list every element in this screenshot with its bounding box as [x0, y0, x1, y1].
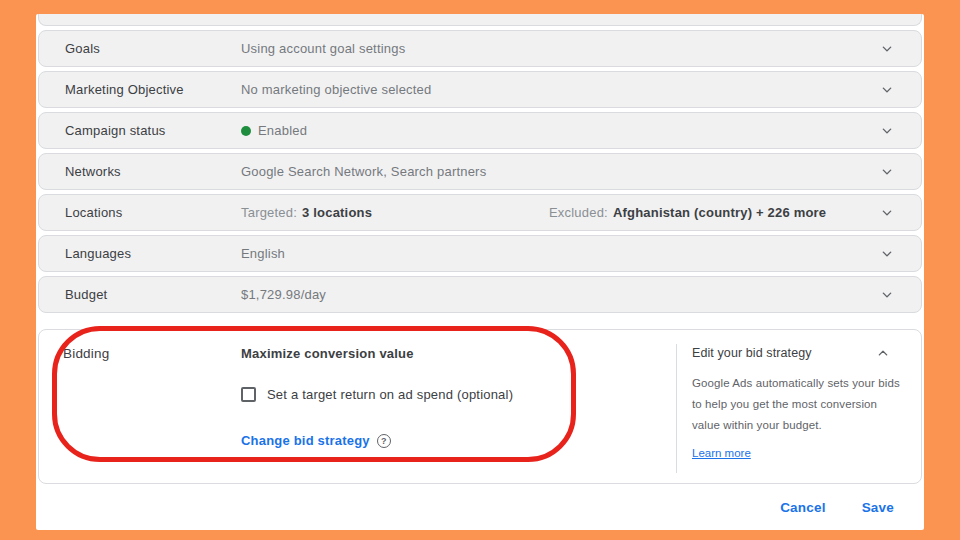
- row-value: $1,729.98/day: [241, 287, 326, 302]
- bidding-label: Bidding: [63, 346, 109, 361]
- row-value: Using account goal settings: [241, 41, 405, 56]
- settings-row-networks[interactable]: Networks Google Search Network, Search p…: [38, 153, 922, 190]
- help-panel-description: Google Ads automatically sets your bids …: [692, 373, 900, 436]
- targeted-prefix: Targeted:: [241, 205, 297, 220]
- settings-row-campaign-status[interactable]: Campaign status Enabled: [38, 112, 922, 149]
- chevron-down-icon[interactable]: [879, 205, 895, 221]
- learn-more-link[interactable]: Learn more: [692, 447, 751, 459]
- status-enabled-dot-icon: [241, 126, 251, 136]
- row-value: No marketing objective selected: [241, 82, 431, 97]
- cancel-button[interactable]: Cancel: [780, 500, 825, 515]
- google-ads-campaign-settings-screen: Goals Using account goal settings Market…: [0, 0, 960, 540]
- excluded-locations: Excluded: Afghanistan (country) + 226 mo…: [549, 205, 826, 220]
- status-text: Enabled: [258, 123, 307, 138]
- row-label: Goals: [65, 41, 241, 56]
- campaign-settings-panel: Goals Using account goal settings Market…: [36, 14, 924, 530]
- target-roas-option[interactable]: Set a target return on ad spend (optiona…: [241, 387, 513, 402]
- row-value: English: [241, 246, 285, 261]
- save-button[interactable]: Save: [862, 500, 894, 515]
- target-roas-label: Set a target return on ad spend (optiona…: [267, 387, 513, 402]
- change-bid-strategy-row: Change bid strategy ?: [241, 433, 391, 448]
- chevron-down-icon[interactable]: [879, 41, 895, 57]
- row-label: Locations: [65, 205, 241, 220]
- chevron-down-icon[interactable]: [879, 123, 895, 139]
- row-label: Languages: [65, 246, 241, 261]
- row-label: Networks: [65, 164, 241, 179]
- action-footer: Cancel Save: [38, 484, 922, 530]
- chevron-down-icon[interactable]: [879, 82, 895, 98]
- settings-row-locations[interactable]: Locations Targeted: 3 locations Excluded…: [38, 194, 922, 231]
- row-partial-cutoff: [38, 14, 922, 26]
- target-roas-checkbox[interactable]: [241, 387, 256, 402]
- settings-row-marketing-objective[interactable]: Marketing Objective No marketing objecti…: [38, 71, 922, 108]
- chevron-down-icon[interactable]: [879, 287, 895, 303]
- row-value: Enabled: [241, 123, 307, 138]
- settings-row-languages[interactable]: Languages English: [38, 235, 922, 272]
- settings-row-goals[interactable]: Goals Using account goal settings: [38, 30, 922, 67]
- chevron-up-icon[interactable]: [875, 345, 891, 361]
- excluded-prefix: Excluded:: [549, 205, 608, 220]
- row-label: Marketing Objective: [65, 82, 241, 97]
- row-value: Google Search Network, Search partners: [241, 164, 486, 179]
- bidding-section: Bidding Maximize conversion value Set a …: [38, 329, 922, 484]
- row-label: Budget: [65, 287, 241, 302]
- bid-strategy-help-panel: Edit your bid strategy Google Ads automa…: [676, 344, 922, 473]
- row-label: Campaign status: [65, 123, 241, 138]
- excluded-value: Afghanistan (country) + 226 more: [613, 205, 826, 220]
- targeted-locations: Targeted: 3 locations: [241, 205, 372, 220]
- chevron-down-icon[interactable]: [879, 164, 895, 180]
- bid-strategy-value: Maximize conversion value: [241, 346, 414, 361]
- targeted-value: 3 locations: [302, 205, 372, 220]
- change-bid-strategy-link[interactable]: Change bid strategy: [241, 433, 370, 448]
- settings-row-budget[interactable]: Budget $1,729.98/day: [38, 276, 922, 313]
- chevron-down-icon[interactable]: [879, 246, 895, 262]
- help-icon[interactable]: ?: [377, 434, 391, 448]
